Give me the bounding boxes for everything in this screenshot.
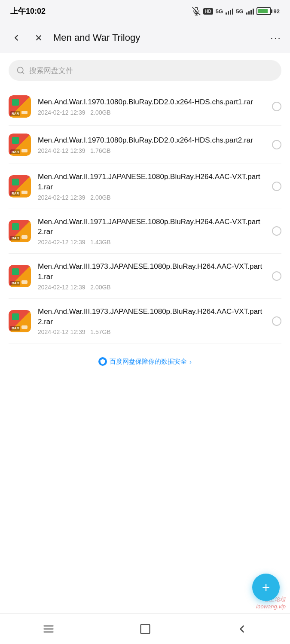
svg-line-6	[22, 72, 24, 74]
file-size: 1.57GB	[90, 328, 110, 335]
file-size: 1.76GB	[90, 147, 110, 154]
security-footer[interactable]: 百度网盘保障你的数据安全 ›	[0, 343, 290, 374]
file-meta: 2024-02-12 12:39 1.76GB	[38, 147, 265, 154]
file-name: Men.And.War.I.1970.1080p.BluRay.DD2.0.x2…	[38, 97, 265, 107]
file-list: RAR Men.And.War.I.1970.1080p.BluRay.DD2.…	[0, 88, 290, 343]
file-info: Men.And.War.II.1971.JAPANESE.1080p.BluRa…	[38, 172, 265, 201]
list-item[interactable]: RAR Men.And.War.I.1970.1080p.BluRay.DD2.…	[9, 88, 281, 126]
search-placeholder: 搜索网盘文件	[29, 66, 73, 76]
file-meta: 2024-02-12 12:39 1.57GB	[38, 328, 265, 335]
bottom-navigation	[0, 613, 290, 644]
back-nav-button[interactable]	[229, 616, 255, 642]
list-item[interactable]: RAR Men.And.War.III.1973.JAPANESE.1080p.…	[9, 254, 281, 299]
file-select-radio[interactable]	[272, 182, 281, 191]
page-title: Men and War Trilogy	[53, 32, 263, 43]
home-button[interactable]	[132, 616, 158, 642]
battery-indicator	[256, 7, 271, 15]
file-info: Men.And.War.III.1973.JAPANESE.1080p.BluR…	[38, 307, 265, 336]
nav-header: Men and War Trilogy ···	[0, 22, 290, 53]
file-info: Men.And.War.II.1971.JAPANESE.1080p.BluRa…	[38, 217, 265, 246]
file-date: 2024-02-12 12:39	[38, 194, 85, 201]
back-button[interactable]	[9, 30, 24, 46]
menu-button[interactable]	[36, 616, 61, 642]
search-bar[interactable]: 搜索网盘文件	[9, 60, 281, 81]
file-icon: RAR	[9, 265, 31, 287]
file-select-radio[interactable]	[272, 226, 281, 236]
status-time: 上午10:02	[10, 6, 46, 16]
security-arrow-icon: ›	[189, 358, 192, 365]
hd-badge: HD	[203, 8, 213, 15]
list-item[interactable]: RAR Men.And.War.III.1973.JAPANESE.1080p.…	[9, 299, 281, 344]
file-meta: 2024-02-12 12:39 1.43GB	[38, 239, 265, 246]
file-date: 2024-02-12 12:39	[38, 147, 85, 154]
file-name: Men.And.War.II.1971.JAPANESE.1080p.BluRa…	[38, 172, 265, 192]
5g-badge-2: 5G	[236, 8, 243, 15]
mute-icon	[192, 7, 201, 15]
5g-badge: 5G	[216, 8, 223, 15]
file-meta: 2024-02-12 12:39 2.00GB	[38, 194, 265, 201]
file-size: 2.00GB	[90, 109, 110, 116]
battery-fill	[258, 9, 268, 13]
file-icon: RAR	[9, 95, 31, 118]
svg-rect-10	[140, 624, 150, 633]
battery-text: 92	[274, 8, 280, 15]
security-icon	[98, 357, 107, 366]
file-name: Men.And.War.II.1971.JAPANESE.1080p.BluRa…	[38, 217, 265, 237]
add-icon: +	[262, 580, 270, 594]
file-name: Men.And.War.III.1973.JAPANESE.1080p.BluR…	[38, 261, 265, 282]
file-date: 2024-02-12 12:39	[38, 109, 85, 116]
more-options-button[interactable]: ···	[270, 32, 281, 44]
file-size: 2.00GB	[90, 194, 110, 201]
security-text: 百度网盘保障你的数据安全	[110, 358, 187, 366]
file-date: 2024-02-12 12:39	[38, 284, 85, 291]
file-select-radio[interactable]	[272, 140, 281, 149]
file-icon: RAR	[9, 175, 31, 197]
file-size: 1.43GB	[90, 239, 110, 246]
signal-bars-1	[226, 8, 233, 15]
search-icon	[16, 66, 25, 75]
file-select-radio[interactable]	[272, 102, 281, 111]
signal-bars-2	[246, 8, 254, 15]
file-name: Men.And.War.I.1970.1080p.BluRay.DD2.0.x2…	[38, 135, 265, 146]
file-select-radio[interactable]	[272, 316, 281, 326]
file-icon: RAR	[9, 310, 31, 332]
status-bar: 上午10:02 HD 5G 5G	[0, 0, 290, 22]
file-name: Men.And.War.III.1973.JAPANESE.1080p.BluR…	[38, 307, 265, 327]
file-info: Men.And.War.I.1970.1080p.BluRay.DD2.0.x2…	[38, 97, 265, 116]
file-date: 2024-02-12 12:39	[38, 328, 85, 335]
file-info: Men.And.War.I.1970.1080p.BluRay.DD2.0.x2…	[38, 135, 265, 154]
add-fab-button[interactable]: +	[252, 574, 280, 601]
file-info: Men.And.War.III.1973.JAPANESE.1080p.BluR…	[38, 261, 265, 291]
file-date: 2024-02-12 12:39	[38, 239, 85, 246]
list-item[interactable]: RAR Men.And.War.II.1971.JAPANESE.1080p.B…	[9, 164, 281, 209]
file-select-radio[interactable]	[272, 271, 281, 281]
file-size: 2.00GB	[90, 284, 110, 291]
file-meta: 2024-02-12 12:39 2.00GB	[38, 284, 265, 291]
list-item[interactable]: RAR Men.And.War.I.1970.1080p.BluRay.DD2.…	[9, 126, 281, 164]
search-container: 搜索网盘文件	[0, 53, 290, 88]
file-icon: RAR	[9, 220, 31, 242]
list-item[interactable]: RAR Men.And.War.II.1971.JAPANESE.1080p.B…	[9, 209, 281, 254]
close-button[interactable]	[31, 30, 46, 46]
status-icons: HD 5G 5G 92	[192, 7, 280, 15]
file-meta: 2024-02-12 12:39 2.00GB	[38, 109, 265, 116]
file-icon: RAR	[9, 134, 31, 156]
